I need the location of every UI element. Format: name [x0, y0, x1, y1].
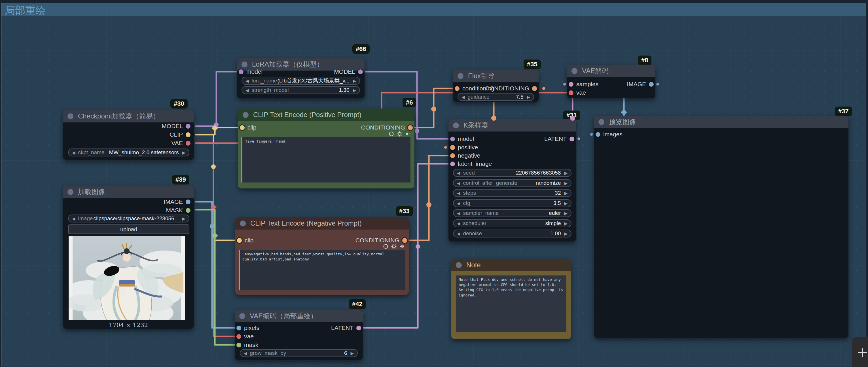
widget-grow-mask-by[interactable]: grow_mask_by 6 — [240, 349, 358, 357]
decrement-arrow-icon[interactable] — [72, 216, 75, 221]
input-port-negative[interactable]: negative — [450, 152, 480, 159]
node-preview-image[interactable]: 预览图像 images — [594, 116, 848, 338]
node-lora-loader[interactable]: LoRA加载器（仅模型） model MODEL lora_name (LIb首… — [237, 58, 365, 98]
speaker-icon[interactable] — [405, 131, 410, 136]
node-title-bar[interactable]: CLIP Text Encode (Negative Prompt) — [235, 217, 409, 230]
input-port-pixels[interactable]: pixels — [237, 325, 259, 331]
decrement-arrow-icon[interactable] — [457, 211, 460, 215]
output-port-conditioning[interactable]: CONDITIONING — [355, 237, 407, 244]
decrement-arrow-icon[interactable] — [246, 79, 249, 83]
decrement-arrow-icon[interactable] — [457, 181, 460, 185]
collapse-dot-icon[interactable] — [571, 68, 578, 74]
decrement-arrow-icon[interactable] — [457, 221, 460, 225]
collapse-dot-icon[interactable] — [67, 113, 73, 119]
decrement-arrow-icon[interactable] — [457, 191, 460, 195]
input-port-clip[interactable]: clip — [240, 124, 256, 131]
output-port-image[interactable]: IMAGE — [627, 81, 654, 88]
node-vae-encode-inpaint[interactable]: VAE编码（局部重绘） pixels vae mask LATENT grow_… — [235, 310, 363, 360]
increment-arrow-icon[interactable] — [353, 79, 356, 83]
increment-arrow-icon[interactable] — [527, 95, 530, 99]
increment-arrow-icon[interactable] — [564, 201, 567, 206]
node-title-bar[interactable]: Flux引导 — [453, 70, 538, 82]
increment-arrow-icon[interactable] — [564, 221, 567, 225]
node-title-bar[interactable]: K采样器 — [448, 119, 576, 131]
widget-strength-model[interactable]: strength_model 1.30 — [242, 86, 360, 94]
output-port-vae[interactable]: VAE — [172, 140, 190, 147]
collapse-dot-icon[interactable] — [67, 189, 73, 195]
circle-icon[interactable] — [383, 244, 389, 249]
increment-arrow-icon[interactable] — [564, 211, 567, 215]
collapse-dot-icon[interactable] — [242, 61, 247, 67]
widget-cfg[interactable]: cfg 3.5 — [453, 199, 571, 207]
increment-arrow-icon[interactable] — [564, 191, 567, 195]
node-ksampler[interactable]: K采样器 model positive negative latent_imag… — [448, 119, 576, 241]
input-port-vae[interactable]: vae — [237, 333, 254, 340]
node-flux-guidance[interactable]: Flux引导 conditioning CONDITIONING guidanc… — [453, 70, 538, 102]
collapse-dot-icon[interactable] — [240, 220, 246, 226]
input-image-preview[interactable] — [69, 236, 185, 320]
node-title-bar[interactable]: Checkpoint加载器（简易） — [63, 110, 194, 122]
collapse-dot-icon[interactable] — [453, 122, 459, 128]
decrement-arrow-icon[interactable] — [457, 232, 460, 236]
add-node-plus-icon[interactable]: + — [857, 343, 868, 361]
output-port-model[interactable]: MODEL — [162, 123, 190, 129]
decrement-arrow-icon[interactable] — [246, 88, 249, 92]
widget-lora-name[interactable]: lora_name (LIb首发)CG古风大场景类_v... — [242, 77, 360, 85]
input-port-model[interactable]: model — [239, 68, 262, 75]
collapse-dot-icon[interactable] — [243, 112, 249, 118]
output-port-image[interactable]: IMAGE — [163, 198, 190, 205]
node-title-bar[interactable]: Note — [451, 259, 571, 271]
node-checkpoint-loader[interactable]: Checkpoint加载器（简易） MODEL CLIP VAE ckpt_na… — [63, 110, 194, 160]
collapse-dot-icon[interactable] — [598, 119, 604, 125]
gear-icon[interactable] — [397, 131, 402, 136]
widget-denoise[interactable]: denoise 1.00 — [453, 230, 571, 238]
node-note[interactable]: Note Note that Flux dev and schnell do n… — [451, 259, 571, 339]
output-port-conditioning[interactable]: CONDITIONING — [485, 85, 537, 92]
output-port-mask[interactable]: MASK — [166, 207, 190, 214]
increment-arrow-icon[interactable] — [353, 88, 356, 92]
gear-icon[interactable] — [391, 244, 397, 249]
widget-scheduler[interactable]: scheduler simple — [453, 219, 571, 227]
increment-arrow-icon[interactable] — [182, 151, 185, 155]
node-vae-decode[interactable]: VAE解码 samples vae IMAGE — [567, 65, 655, 98]
circle-icon[interactable] — [389, 131, 394, 136]
widget-seed[interactable]: seed 220678567663058 — [453, 169, 571, 177]
output-port-latent[interactable]: LATENT — [331, 325, 361, 331]
output-port-clip[interactable]: CLIP — [169, 131, 190, 138]
prompt-textarea[interactable]: EasyNegative,bad hands,bad feet,worst qu… — [239, 250, 405, 290]
input-port-clip[interactable]: clip — [237, 237, 254, 244]
output-port-conditioning[interactable]: CONDITIONING — [361, 124, 413, 131]
node-graph-canvas[interactable]: 局部重绘 — [0, 0, 868, 367]
node-title-bar[interactable]: VAE解码 — [567, 65, 655, 77]
node-clip-text-encode-negative[interactable]: CLIP Text Encode (Negative Prompt) clip … — [235, 217, 409, 295]
node-title-bar[interactable]: 加载图像 — [63, 186, 194, 198]
node-load-image[interactable]: 加载图像 IMAGE MASK image clipspace/clipspac… — [63, 186, 194, 329]
increment-arrow-icon[interactable] — [182, 216, 185, 221]
output-port-model[interactable]: MODEL — [334, 68, 363, 75]
increment-arrow-icon[interactable] — [350, 351, 354, 356]
widget-image-name[interactable]: image clipspace/clipspace-mask-223056... — [68, 215, 189, 222]
prompt-textarea[interactable]: five fingers, hand — [242, 137, 410, 183]
collapse-dot-icon[interactable] — [239, 313, 245, 319]
input-port-positive[interactable]: positive — [450, 144, 478, 151]
upload-button[interactable]: upload — [68, 224, 189, 234]
collapse-dot-icon[interactable] — [456, 262, 462, 268]
decrement-arrow-icon[interactable] — [72, 151, 75, 155]
collapse-dot-icon[interactable] — [458, 73, 463, 79]
widget-sampler-name[interactable]: sampler_name euler — [453, 209, 571, 217]
node-clip-text-encode-positive[interactable]: CLIP Text Encode (Positive Prompt) clip … — [238, 109, 414, 188]
input-port-latent-image[interactable]: latent_image — [450, 160, 492, 167]
increment-arrow-icon[interactable] — [564, 181, 567, 185]
decrement-arrow-icon[interactable] — [457, 201, 460, 206]
increment-arrow-icon[interactable] — [564, 232, 567, 236]
node-title-bar[interactable]: 预览图像 — [594, 116, 848, 128]
widget-guidance[interactable]: guidance 7.5 — [458, 93, 534, 101]
increment-arrow-icon[interactable] — [564, 171, 567, 175]
input-port-samples[interactable]: samples — [569, 81, 598, 88]
node-title-bar[interactable]: VAE编码（局部重绘） — [235, 310, 363, 322]
widget-control-after-generate[interactable]: control_after_generate randomize — [453, 179, 571, 187]
input-port-images[interactable]: images — [596, 131, 622, 138]
canvas-corner-panel[interactable]: + — [852, 337, 868, 367]
widget-steps[interactable]: steps 32 — [453, 189, 571, 197]
widget-ckpt-name[interactable]: ckpt_name MW_shuimo_2.0.safetensors — [68, 149, 189, 156]
